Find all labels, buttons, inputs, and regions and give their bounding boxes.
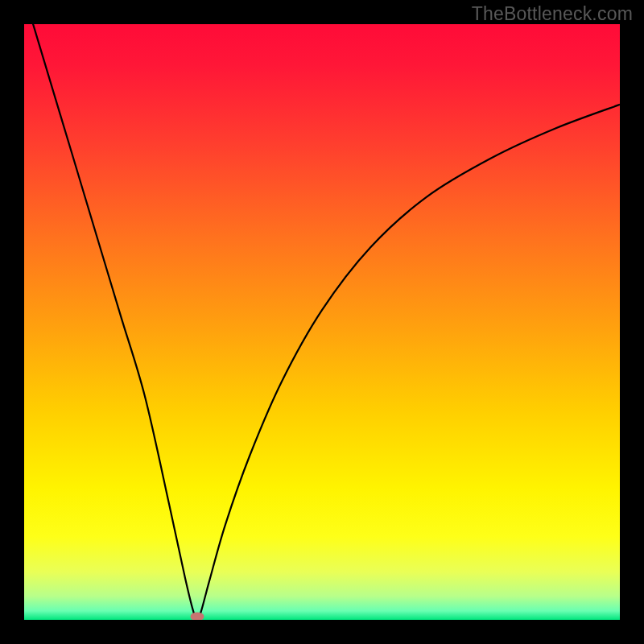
optimal-point-marker (191, 613, 204, 621)
watermark-text: TheBottleneck.com (472, 3, 633, 25)
curve-path (24, 24, 620, 620)
bottleneck-curve (24, 24, 620, 620)
plot-area (24, 24, 620, 620)
chart-frame: TheBottleneck.com (0, 0, 644, 644)
